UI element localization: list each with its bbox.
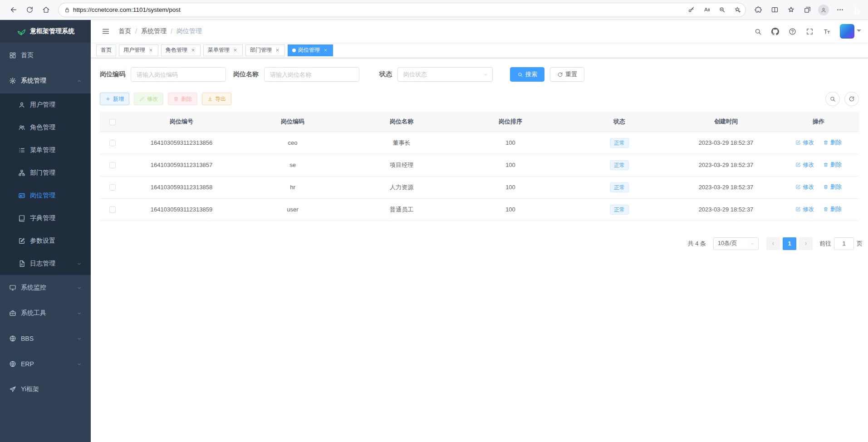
page-size-select[interactable]: 10条/页	[713, 237, 759, 250]
header-search-button[interactable]	[750, 23, 765, 39]
collections-button[interactable]	[799, 3, 815, 17]
row-checkbox[interactable]	[109, 140, 116, 146]
table-row[interactable]: 1641030593112313856 ceo 董事长 100 正常 2023-…	[100, 132, 859, 154]
status-badge: 正常	[610, 138, 629, 148]
sidebar-item-system-management[interactable]: 系统管理	[0, 68, 91, 93]
browser-home-button[interactable]	[38, 3, 54, 17]
status-select[interactable]: 岗位状态	[397, 67, 493, 82]
export-button[interactable]: 导出	[202, 93, 231, 105]
post-name-label: 岗位名称	[233, 70, 264, 79]
cell-created: 2023-03-29 18:52:37	[674, 132, 778, 154]
post-name-input[interactable]	[264, 67, 359, 82]
tab-home[interactable]: 首页	[96, 44, 116, 56]
tab-users[interactable]: 用户管理	[119, 44, 158, 56]
sidebar-item-bbs[interactable]: BBS	[0, 326, 91, 351]
sidebar-collapse-button[interactable]	[98, 23, 114, 39]
cell-post-sort: 100	[456, 154, 565, 176]
row-delete-link[interactable]: 删除	[823, 206, 842, 213]
submenu-item-posts[interactable]: 岗位管理	[0, 184, 91, 207]
address-url[interactable]: https://ccnetcore.com:1101/system/post	[73, 6, 682, 13]
submenu-item-label: 部门管理	[30, 169, 55, 177]
page-1-button[interactable]: 1	[783, 237, 796, 250]
tab-close-button[interactable]	[147, 47, 154, 54]
submenu-item-parameters[interactable]: 参数设置	[0, 230, 91, 252]
tab-close-button[interactable]	[232, 47, 238, 54]
font-size-button[interactable]	[819, 23, 834, 39]
tab-departments[interactable]: 部门管理	[245, 44, 285, 56]
add-button[interactable]: 新增	[100, 93, 129, 105]
row-edit-link[interactable]: 修改	[795, 206, 814, 213]
next-page-button[interactable]	[799, 237, 813, 250]
submenu-item-logs[interactable]: 日志管理	[0, 252, 91, 275]
row-delete-link[interactable]: 删除	[823, 161, 842, 169]
post-code-input[interactable]	[131, 67, 226, 82]
submenu-item-menus[interactable]: 菜单管理	[0, 139, 91, 162]
site-info-lock-icon[interactable]	[64, 7, 70, 13]
tab-close-button[interactable]	[322, 47, 329, 54]
favorites-button[interactable]	[783, 3, 799, 17]
split-screen-button[interactable]	[767, 3, 782, 17]
tab-close-button[interactable]	[190, 47, 196, 54]
app-logo[interactable]: 意框架管理系统	[0, 20, 91, 43]
bing-discover-button[interactable]	[850, 4, 863, 16]
fullscreen-button[interactable]	[802, 23, 817, 39]
password-manager-button[interactable]	[685, 4, 697, 16]
extensions-button[interactable]	[750, 3, 766, 17]
page-jump-input[interactable]	[834, 237, 854, 250]
tab-posts[interactable]: 岗位管理	[288, 44, 333, 56]
row-edit-link[interactable]: 修改	[795, 183, 814, 191]
cell-post-name: 董事长	[347, 132, 456, 154]
submenu-item-departments[interactable]: 部门管理	[0, 162, 91, 184]
add-favorite-button[interactable]	[731, 4, 744, 16]
row-checkbox[interactable]	[109, 184, 116, 191]
user-avatar[interactable]	[840, 24, 854, 39]
edit-icon	[139, 96, 145, 102]
browser-back-button[interactable]	[5, 3, 21, 17]
user-menu[interactable]	[840, 24, 861, 39]
row-checkbox[interactable]	[109, 206, 116, 213]
breadcrumb-system[interactable]: 系统管理	[141, 27, 167, 35]
table-row[interactable]: 1641030593112313858 hr 人力资源 100 正常 2023-…	[100, 176, 859, 198]
prev-page-button[interactable]	[766, 237, 780, 250]
toggle-search-button[interactable]	[825, 92, 840, 106]
address-bar[interactable]: https://ccnetcore.com:1101/system/post	[58, 3, 746, 17]
row-edit-link[interactable]: 修改	[795, 139, 814, 147]
delete-button[interactable]: 删除	[168, 93, 197, 105]
browser-menu-button[interactable]	[832, 3, 848, 17]
row-delete-link[interactable]: 删除	[823, 183, 842, 191]
sidebar-item-system-tools[interactable]: 系统工具	[0, 300, 91, 326]
sidebar-item-home[interactable]: 首页	[0, 43, 91, 68]
submenu-item-users[interactable]: 用户管理	[0, 93, 91, 116]
help-button[interactable]	[785, 23, 800, 39]
search-button[interactable]: 搜索	[510, 67, 544, 82]
tab-close-button[interactable]	[274, 47, 280, 54]
submenu-item-dictionaries[interactable]: 字典管理	[0, 207, 91, 230]
sidebar-item-erp[interactable]: ERP	[0, 351, 91, 377]
row-edit-link[interactable]: 修改	[795, 161, 814, 169]
refresh-table-button[interactable]	[844, 92, 859, 106]
table-row[interactable]: 1641030593112313857 se 项目经理 100 正常 2023-…	[100, 154, 859, 176]
row-checkbox[interactable]	[109, 162, 116, 168]
browser-refresh-button[interactable]	[22, 3, 37, 17]
row-delete-link[interactable]: 删除	[823, 139, 842, 147]
chevron-right-icon	[803, 241, 809, 246]
breadcrumb-home[interactable]: 首页	[118, 27, 131, 35]
filter-post-code: 岗位编码	[100, 67, 226, 82]
select-all-checkbox[interactable]	[109, 119, 116, 125]
edit-button[interactable]: 修改	[134, 93, 163, 105]
sidebar-item-yi-framework[interactable]: Yi框架	[0, 377, 91, 402]
table-row[interactable]: 1641030593112313859 user 普通员工 100 正常 202…	[100, 198, 859, 221]
browser-profile-button[interactable]	[816, 3, 831, 17]
reset-button[interactable]: 重置	[550, 67, 584, 82]
trash-icon	[823, 206, 829, 212]
tab-roles[interactable]: 角色管理	[161, 44, 201, 56]
submenu-item-roles[interactable]: 角色管理	[0, 116, 91, 139]
sidebar-item-system-monitor[interactable]: 系统监控	[0, 275, 91, 300]
read-aloud-button[interactable]	[700, 4, 713, 16]
tab-menus[interactable]: 菜单管理	[203, 44, 243, 56]
export-button-label: 导出	[215, 95, 226, 103]
zoom-button[interactable]	[716, 4, 728, 16]
star-icon	[787, 6, 795, 14]
github-link-button[interactable]	[767, 23, 783, 39]
sidebar: 意框架管理系统 首页 系统管理 用户管理	[0, 20, 91, 442]
